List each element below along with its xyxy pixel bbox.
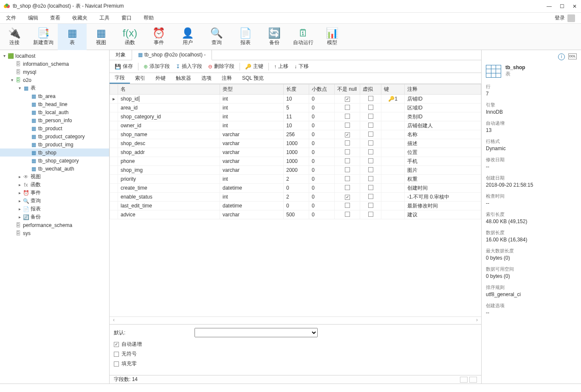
cell-decimals[interactable]: 0: [309, 121, 335, 130]
tool-报表[interactable]: 📄报表: [231, 24, 260, 50]
cell-comment[interactable]: 区域ID: [405, 104, 481, 112]
cell-decimals[interactable]: 0: [309, 184, 335, 193]
field-row[interactable]: enable_statusint20✓-1.不可用 0.审核中: [110, 193, 481, 202]
tree-item-tb_head_line[interactable]: ▦tb_head_line: [0, 100, 109, 108]
field-row[interactable]: shop_descvarchar10000描述: [110, 139, 481, 148]
cell-notnull[interactable]: [335, 184, 360, 193]
cell-virtual[interactable]: [360, 148, 381, 157]
cell-virtual[interactable]: [360, 157, 381, 166]
cell-name[interactable]: shop_name: [118, 130, 220, 139]
cell-notnull[interactable]: [335, 202, 360, 210]
menu-file[interactable]: 文件: [6, 14, 16, 22]
expand-icon[interactable]: ▾: [2, 53, 7, 58]
tree-item-tb_person_info[interactable]: ▦tb_person_info: [0, 116, 109, 124]
tree-item-performance_schema[interactable]: 🗄performance_schema: [0, 221, 109, 229]
cell-key[interactable]: [381, 104, 405, 112]
expand-icon[interactable]: ▾: [9, 78, 14, 82]
tool-事件[interactable]: ⏰事件: [144, 24, 173, 50]
col-header[interactable]: 虚拟: [360, 84, 381, 95]
cell-name[interactable]: create_time: [118, 184, 220, 193]
cell-name[interactable]: advice: [118, 210, 220, 219]
tree-item-备份[interactable]: ▸🔄备份: [0, 213, 109, 221]
cell-comment[interactable]: 名称: [405, 130, 481, 139]
cell-type[interactable]: int: [220, 121, 284, 130]
cell-virtual[interactable]: [360, 130, 381, 139]
cell-virtual[interactable]: [360, 104, 381, 112]
cell-virtual[interactable]: [360, 210, 381, 219]
cell-virtual[interactable]: [360, 175, 381, 184]
cell-comment[interactable]: 图片: [405, 166, 481, 175]
tree-item-localhost[interactable]: ▾🟩localhost: [0, 52, 109, 60]
menu-help[interactable]: 帮助: [144, 14, 154, 22]
tree-item-tb_product_img[interactable]: ▦tb_product_img: [0, 140, 109, 148]
tool-模型[interactable]: 📊模型: [318, 24, 347, 50]
cell-name[interactable]: area_id: [118, 104, 220, 112]
primary-key-button[interactable]: 🔑主键: [243, 62, 266, 72]
col-header[interactable]: 小数点: [309, 84, 335, 95]
cell-decimals[interactable]: 0: [309, 148, 335, 157]
field-row[interactable]: shop_namevarchar2560✓名称: [110, 130, 481, 139]
tool-自动运行[interactable]: 🗓自动运行: [289, 24, 318, 50]
field-row[interactable]: shop_addrvarchar10000位置: [110, 148, 481, 157]
tree-item-查询[interactable]: ▸🔍查询: [0, 197, 109, 205]
add-field-button[interactable]: ⊕添加字段: [141, 62, 172, 72]
view-mode-grid-icon[interactable]: [469, 377, 477, 383]
move-down-button[interactable]: ↓下移: [292, 62, 311, 72]
info-icon[interactable]: i: [558, 53, 565, 60]
cell-virtual[interactable]: [360, 112, 381, 121]
expand-icon[interactable]: ▾: [17, 86, 22, 90]
tree-item-报表[interactable]: ▸📄报表: [0, 205, 109, 213]
expand-icon[interactable]: ▸: [17, 182, 22, 187]
cell-type[interactable]: int: [220, 112, 284, 121]
cell-key[interactable]: [381, 157, 405, 166]
tree-item-视图[interactable]: ▸👁视图: [0, 173, 109, 181]
tool-连接[interactable]: 🔌连接: [0, 24, 29, 50]
cell-key[interactable]: 🔑1: [381, 95, 405, 104]
cell-name[interactable]: shop_addr: [118, 148, 220, 157]
cell-key[interactable]: [381, 130, 405, 139]
tree-item-函数[interactable]: ▸fx函数: [0, 181, 109, 189]
cell-type[interactable]: varchar: [220, 148, 284, 157]
cell-comment[interactable]: 店铺创建人: [405, 121, 481, 130]
cell-decimals[interactable]: 0: [309, 112, 335, 121]
view-mode-form-icon[interactable]: [460, 377, 468, 383]
col-header[interactable]: 不是 null: [335, 84, 360, 95]
tool-视图[interactable]: ▦视图: [87, 24, 116, 50]
tree-item-sys[interactable]: 🗄sys: [0, 229, 109, 237]
field-row[interactable]: advicevarchar5000建议: [110, 210, 481, 219]
cell-comment[interactable]: -1.不可用 0.审核中: [405, 193, 481, 202]
cell-virtual[interactable]: [360, 139, 381, 148]
subtab-选项[interactable]: 选项: [196, 73, 217, 84]
field-row[interactable]: create_timedatetime00创建时间: [110, 184, 481, 193]
cell-virtual[interactable]: [360, 95, 381, 104]
tool-表[interactable]: ▦表: [58, 24, 87, 50]
cell-notnull[interactable]: [335, 104, 360, 112]
cell-notnull[interactable]: [335, 157, 360, 166]
cell-key[interactable]: [381, 210, 405, 219]
expand-icon[interactable]: ▸: [17, 174, 22, 179]
field-row[interactable]: phonevarchar10000手机: [110, 157, 481, 166]
fields-grid[interactable]: 名类型长度小数点不是 null虚拟键注释▸shop_idint100✓🔑1店铺I…: [110, 84, 481, 316]
cell-decimals[interactable]: 0: [309, 166, 335, 175]
field-row[interactable]: ▸shop_idint100✓🔑1店铺ID: [110, 95, 481, 104]
cell-notnull[interactable]: ✓: [335, 193, 360, 202]
minimize-icon[interactable]: ―: [546, 3, 552, 9]
cell-decimals[interactable]: 0: [309, 139, 335, 148]
save-button[interactable]: 💾保存: [112, 62, 135, 72]
cell-type[interactable]: int: [220, 175, 284, 184]
cell-decimals[interactable]: 0: [309, 95, 335, 104]
cell-length[interactable]: 2000: [284, 166, 309, 175]
cell-key[interactable]: [381, 193, 405, 202]
cell-key[interactable]: [381, 175, 405, 184]
cell-notnull[interactable]: [335, 139, 360, 148]
tree-item-tb_shop_category[interactable]: ▦tb_shop_category: [0, 157, 109, 165]
ddl-icon[interactable]: DDL: [568, 53, 577, 59]
cell-type[interactable]: datetime: [220, 202, 284, 210]
tool-查询[interactable]: 🔍查询: [202, 24, 231, 50]
cell-notnull[interactable]: [335, 112, 360, 121]
cell-length[interactable]: 1000: [284, 139, 309, 148]
tool-用户[interactable]: 👤用户: [173, 24, 202, 50]
cell-name[interactable]: enable_status: [118, 193, 220, 202]
cell-type[interactable]: varchar: [220, 157, 284, 166]
expand-icon[interactable]: ▸: [17, 190, 22, 195]
